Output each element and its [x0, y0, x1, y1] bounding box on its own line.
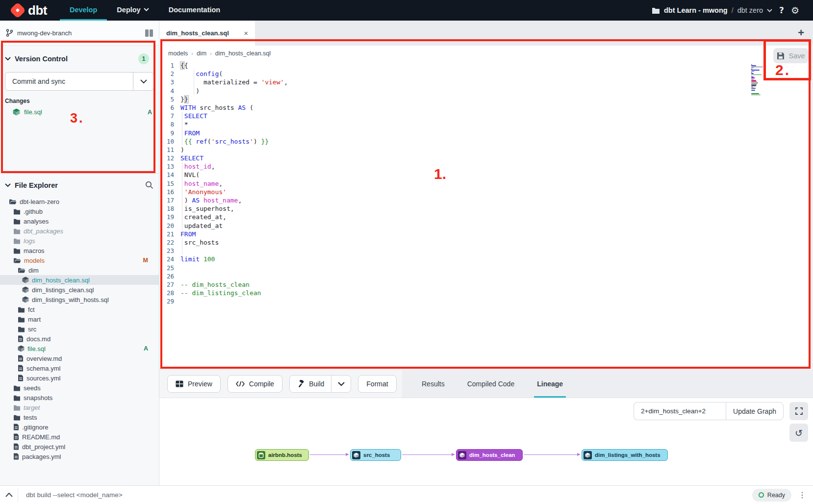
code-line[interactable]: 24limit 100	[159, 255, 288, 263]
tree-item-seeds[interactable]: seeds	[0, 383, 159, 393]
tree-item-analyses[interactable]: analyses	[0, 216, 159, 226]
code-line[interactable]: 6WITH src_hosts AS (	[159, 103, 288, 112]
settings-gear-button[interactable]: ⚙	[791, 5, 799, 16]
breadcrumb-item[interactable]: dim	[197, 50, 206, 57]
file-explorer-header[interactable]: File Explorer	[0, 174, 159, 193]
version-control-header[interactable]: Version Control 1	[0, 46, 159, 69]
fullscreen-button[interactable]	[789, 402, 808, 420]
code-line[interactable]: 17 ) AS host_name,	[159, 196, 288, 204]
tree-item-src[interactable]: src	[0, 324, 159, 334]
code-line[interactable]: 22 src_hosts	[159, 238, 288, 247]
tree-item-snapshots[interactable]: snapshots	[0, 393, 159, 403]
tree-item-dim[interactable]: dim	[0, 265, 159, 275]
tree-item-docs-md[interactable]: docs.md	[0, 334, 159, 344]
tree-item-mart[interactable]: mart	[0, 314, 159, 324]
split-view-icon[interactable]	[145, 29, 153, 37]
tree-item-sources-yml[interactable]: sources.yml	[0, 373, 159, 383]
tree-item-dim-hosts-clean-sql[interactable]: dim_hosts_clean.sql	[0, 275, 159, 285]
code-line[interactable]: 18 is_superhost,	[159, 204, 288, 213]
code-line[interactable]: 19 created_at,	[159, 213, 288, 221]
code-line[interactable]: 8 *	[159, 120, 288, 128]
tab-compiled-code[interactable]: Compiled Code	[467, 370, 515, 398]
build-options-caret[interactable]	[331, 376, 351, 392]
lineage-filter-input[interactable]	[634, 402, 726, 420]
tree-item-readme-md[interactable]: README.md	[0, 432, 159, 442]
code-line[interactable]: 29	[159, 297, 288, 305]
code-line[interactable]: 5}}	[159, 95, 288, 103]
code-line[interactable]: 13 host_id,	[159, 162, 288, 171]
tree-item-file-sql[interactable]: file.sqlA	[0, 344, 159, 353]
code-line[interactable]: 10 {{ ref('src_hosts') }}	[159, 137, 288, 146]
tree-item-tests[interactable]: tests	[0, 412, 159, 422]
code-line[interactable]: 2 config(	[159, 70, 288, 78]
tree-item-dbt-project-yml[interactable]: dbt_project.yml	[0, 442, 159, 452]
compile-button[interactable]: Compile	[228, 375, 282, 393]
code-line[interactable]: 15 host_name,	[159, 179, 288, 188]
save-button[interactable]: Save	[773, 48, 809, 63]
project-switcher[interactable]: dbt Learn - mwong / dbt zero	[652, 6, 772, 14]
code-line[interactable]: 12SELECT	[159, 154, 288, 162]
tree-item-logs[interactable]: logs	[0, 236, 159, 246]
search-icon[interactable]	[145, 181, 153, 189]
tree-item-dbt-packages[interactable]: dbt_packages	[0, 226, 159, 236]
kebab-menu-icon[interactable]: ⋮	[798, 490, 806, 500]
code-line[interactable]: 7 SELECT	[159, 112, 288, 120]
tree-item-fct[interactable]: fct	[0, 304, 159, 314]
editor-minimap[interactable]	[751, 64, 764, 97]
lineage-node-dim-hosts-clean[interactable]: dim_hosts_clean	[456, 449, 523, 461]
lineage-node-dim-listings-with-hosts[interactable]: dim_listings_with_hosts	[582, 449, 668, 461]
code-line[interactable]: 16 'Anonymous'	[159, 188, 288, 196]
code-line[interactable]: 27-- dim_hosts_clean	[159, 280, 288, 289]
code-line[interactable]: 23	[159, 247, 288, 255]
code-line[interactable]: 9 FROM	[159, 129, 288, 137]
reset-view-button[interactable]: ↺	[789, 424, 808, 442]
commit-options-caret[interactable]	[133, 73, 153, 90]
tree-item--github[interactable]: .github	[0, 206, 159, 216]
lineage-node-airbnb-hosts[interactable]: airbnb.hosts	[255, 449, 309, 461]
code-line[interactable]: 4 )	[159, 87, 288, 95]
format-button[interactable]: Format	[358, 375, 396, 393]
new-tab-button[interactable]: +	[798, 26, 804, 39]
code-editor[interactable]: 1{{2 config(3 materialized = 'view',4 )5…	[159, 61, 288, 305]
tab-dim-hosts-clean[interactable]: dim_hosts_clean.sql ×	[159, 21, 255, 46]
update-graph-button[interactable]: Update Graph	[726, 402, 784, 420]
lineage-node-src-hosts[interactable]: src_hosts	[350, 449, 401, 461]
collapse-panel-button[interactable]	[0, 493, 18, 497]
code-line[interactable]: 3 materialized = 'view',	[159, 78, 288, 86]
lineage-canvas[interactable]: Update Graph ↺ airbnb.hostssrc_hostsdim_…	[159, 398, 813, 485]
code-line[interactable]: 20 updated_at	[159, 222, 288, 230]
code-line[interactable]: 21FROM	[159, 230, 288, 238]
build-button[interactable]: Build	[290, 376, 331, 392]
tree-item-dim-listings-with-hosts-sql[interactable]: dim_listings_with_hosts.sql	[0, 295, 159, 304]
breadcrumb-item[interactable]: dim_hosts_clean.sql	[215, 50, 271, 57]
preview-button[interactable]: Preview	[167, 375, 221, 393]
tab-results[interactable]: Results	[422, 370, 445, 398]
tree-item-overview-md[interactable]: overview.md	[0, 353, 159, 363]
tree-item-models[interactable]: modelsM	[0, 255, 159, 265]
tree-item-dim-listings-clean-sql[interactable]: dim_listings_clean.sql	[0, 285, 159, 295]
dbt-logo[interactable]: dbt	[0, 0, 60, 21]
changed-file-row[interactable]: file.sql A	[0, 106, 159, 118]
breadcrumb-item[interactable]: models	[168, 50, 188, 57]
code-line[interactable]: 11)	[159, 146, 288, 154]
code-line[interactable]: 25	[159, 264, 288, 272]
tree-item-dbt-learn-zero[interactable]: dbt-learn-zero	[0, 197, 159, 206]
tree-item-packages-yml[interactable]: packages.yml	[0, 452, 159, 461]
tree-item-target[interactable]: target	[0, 403, 159, 412]
help-button[interactable]: ?	[779, 5, 784, 15]
commit-and-sync-button[interactable]: Commit and sync	[5, 72, 154, 91]
nav-deploy[interactable]: Deploy	[107, 0, 158, 21]
tab-lineage[interactable]: Lineage	[537, 370, 563, 398]
nav-deploy-label: Deploy	[117, 6, 140, 14]
code-line[interactable]: 28-- dim_listings_clean	[159, 289, 288, 297]
command-input[interactable]: dbt build --select <model_name>	[26, 491, 752, 499]
code-line[interactable]: 26	[159, 272, 288, 280]
code-line[interactable]: 14 NVL(	[159, 171, 288, 179]
code-line[interactable]: 1{{	[159, 61, 288, 70]
tree-item-schema-yml[interactable]: schema.yml	[0, 363, 159, 373]
tree-item-macros[interactable]: macros	[0, 246, 159, 255]
nav-documentation[interactable]: Documentation	[159, 0, 230, 21]
close-icon[interactable]: ×	[244, 29, 248, 37]
nav-develop[interactable]: Develop	[60, 0, 107, 21]
tree-item--gitignore[interactable]: .gitignore	[0, 422, 159, 432]
